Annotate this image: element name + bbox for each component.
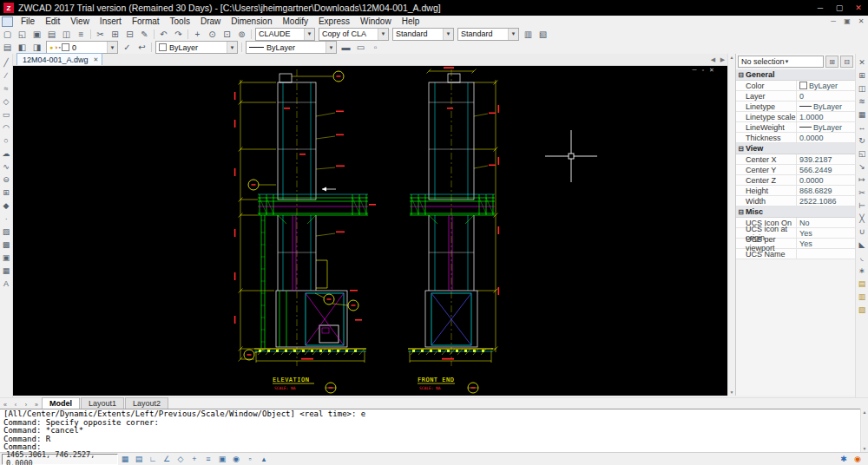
menu-window[interactable]: Window [355,16,397,27]
prop-value[interactable]: 2522.1086 [797,196,855,206]
collapse-icon[interactable]: ⊟ [736,71,746,79]
new-icon[interactable]: ▢ [0,28,15,40]
polyline-icon[interactable]: ≈ [0,82,12,95]
array-icon[interactable]: ▦ [856,108,868,121]
tab-layout1[interactable]: Layout1 [81,397,124,409]
prop-row-center-z[interactable]: Center Z 0.0000 [736,175,855,186]
layer-isolate-icon[interactable]: ◨ [30,42,44,54]
grid-toggle[interactable]: ▤ [132,454,146,464]
table-style-combo[interactable]: Standard ▼ [392,28,454,41]
window-maximize-button[interactable]: ▢ [830,0,849,16]
menu-express[interactable]: Express [313,16,355,27]
save-icon[interactable]: ▣ [30,28,44,40]
explode-icon[interactable]: ∗ [856,264,868,277]
stretch-icon[interactable]: ↘ [856,160,868,173]
toolbar-extra-icon[interactable]: ▫ [368,42,383,54]
layer-combo[interactable]: ● ◑ ▪ 0 ▼ [46,41,118,54]
hatch-icon[interactable]: ▨ [0,225,12,238]
sheet-set-icon[interactable]: ▥ [856,290,868,303]
prop-value[interactable]: Yes [797,228,855,238]
prop-value[interactable]: ByLayer [797,102,855,111]
prop-row-height[interactable]: Height 868.6829 [736,186,855,196]
extend-icon[interactable]: ⊢ [856,199,868,212]
menu-edit[interactable]: Edit [40,16,65,27]
prop-value[interactable] [797,249,855,259]
lineweight-icon[interactable]: ▬ [339,42,353,54]
zoom-previous-icon[interactable]: ⊚ [234,28,249,40]
plot-style-icon[interactable]: ▭ [353,42,368,54]
prop-value[interactable]: 868.6829 [797,186,855,195]
circle-icon[interactable]: ○ [0,134,12,147]
ellipse-icon[interactable]: ⊖ [0,173,12,186]
prop-row-ucs-per-viewport[interactable]: UCS per viewport Yes [736,239,855,249]
menu-modify[interactable]: Modify [278,16,313,27]
open-icon[interactable]: ◱ [15,28,30,40]
prop-row-layer[interactable]: Layer 0 [736,91,855,102]
layer-properties-icon[interactable]: ▤ [0,42,15,54]
scroll-up-icon[interactable]: ▲ [863,409,867,416]
tab-scroll-left-icon[interactable]: ◀ [708,56,718,63]
prop-value[interactable]: ByLayer [797,122,855,132]
prop-value[interactable]: 0 [797,91,855,101]
copy-object-icon[interactable]: ⊞ [856,69,868,82]
menu-draw[interactable]: Draw [195,16,226,27]
prop-row-linetype-scale[interactable]: Linetype scale 1.0000 [736,112,855,122]
tab-scroll-right-icon[interactable]: ▶ [718,56,727,63]
lengthen-icon[interactable]: ↦ [856,173,868,186]
paste-icon[interactable]: ⊟ [122,28,137,40]
layer-states-icon[interactable]: ◧ [15,42,30,54]
prop-value[interactable]: 1.0000 [797,112,855,121]
region-icon[interactable]: ▣ [0,251,12,264]
prop-row-lineweight[interactable]: LineWeight ByLayer [736,122,855,133]
make-block-icon[interactable]: ◆ [0,199,12,212]
mirror-icon[interactable]: ◫ [856,82,868,95]
menu-insert[interactable]: Insert [95,16,127,27]
command-window[interactable]: [All/Center/Dynamic/Extents/Left/Previou… [0,409,868,452]
redo-icon[interactable]: ↷ [171,28,186,40]
point-icon[interactable]: ∙ [0,212,12,225]
dim-style-combo[interactable]: Copy of CLA ▼ [319,28,389,41]
prop-value[interactable]: Yes [797,239,855,248]
tool-palette-icon[interactable]: ▤ [856,277,868,290]
selection-combo[interactable]: No selection ▼ [738,56,824,68]
markup-set-icon[interactable]: ▧ [856,303,868,316]
undo-icon[interactable]: ↶ [156,28,171,40]
prop-row-ucs-name[interactable]: UCS Name [736,249,855,259]
settings-icon[interactable]: ✱ [837,454,851,464]
join-icon[interactable]: ∪ [856,225,868,238]
scale-icon[interactable]: ◱ [856,147,868,160]
dyn-toggle[interactable]: ◉ [229,454,243,464]
fillet-icon[interactable]: ◟ [856,251,868,264]
scroll-down-icon[interactable]: ▼ [863,445,867,452]
prop-row-center-y[interactable]: Center Y 566.2449 [736,165,855,175]
text-style-combo[interactable]: CLAUDE ▼ [255,28,315,41]
move-icon[interactable]: ↔ [856,121,868,134]
trim-icon[interactable]: ✂ [856,186,868,199]
command-scrollbar[interactable]: ▲ ▼ [860,409,868,452]
collapse-icon[interactable]: ⊟ [736,208,746,216]
menu-dimension[interactable]: Dimension [226,16,277,27]
mdi-restore-icon[interactable]: ▣ [840,17,854,25]
viewport-minimize-icon[interactable]: ─ [690,67,699,74]
window-close-button[interactable]: ✕ [849,0,868,16]
menu-tools[interactable]: Tools [165,16,195,27]
tab-prev-icon[interactable]: ‹ [10,402,21,409]
quick-select-button[interactable]: ⊞ [825,56,838,68]
prop-value[interactable]: 0.0000 [797,133,855,142]
gradient-icon[interactable]: ▩ [0,238,12,251]
mdi-close-icon[interactable]: ✕ [854,17,868,25]
prop-group-view[interactable]: ⊟ View [736,143,855,154]
menu-file[interactable]: File [16,16,40,27]
toggle-pickadd-button[interactable]: ⊟ [840,56,853,68]
rectangle-icon[interactable]: ▭ [0,108,12,121]
erase-icon[interactable]: ✕ [856,56,868,69]
prop-row-linetype[interactable]: Linetype ByLayer [736,102,855,112]
prop-row-width[interactable]: Width 2522.1086 [736,196,855,206]
design-center-icon[interactable]: ▧ [536,28,550,40]
copy-icon[interactable]: ⊞ [108,28,122,40]
polar-toggle[interactable]: ∠ [160,454,174,464]
prop-row-color[interactable]: Color ByLayer [736,81,855,91]
table-icon[interactable]: ▦ [0,264,12,277]
offset-icon[interactable]: ≋ [856,95,868,108]
linetype-combo[interactable]: ByLayer ▼ [246,41,337,54]
